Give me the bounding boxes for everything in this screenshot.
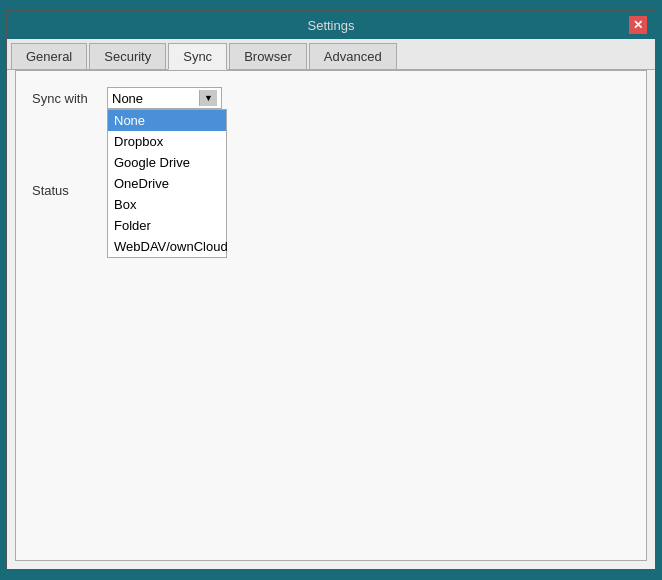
tab-security[interactable]: Security: [89, 43, 166, 69]
tab-bar: General Security Sync Browser Advanced: [7, 39, 655, 70]
dropdown-option-webdav[interactable]: WebDAV/ownCloud: [108, 236, 226, 257]
sync-with-dropdown[interactable]: None ▼: [107, 87, 222, 109]
dropdown-option-box[interactable]: Box: [108, 194, 226, 215]
tab-sync[interactable]: Sync: [168, 43, 227, 70]
dropdown-option-dropbox[interactable]: Dropbox: [108, 131, 226, 152]
tab-general[interactable]: General: [11, 43, 87, 69]
dropdown-option-none[interactable]: None: [108, 110, 226, 131]
sync-with-value: None: [112, 91, 143, 106]
sync-tab-content: Sync with None ▼ None Dropbox Google Dri…: [15, 70, 647, 561]
dropdown-option-folder[interactable]: Folder: [108, 215, 226, 236]
title-bar: Settings ✕: [7, 11, 655, 39]
dropdown-option-onedrive[interactable]: OneDrive: [108, 173, 226, 194]
sync-with-dropdown-list: None Dropbox Google Drive OneDrive Box F…: [107, 109, 227, 258]
status-label: Status: [32, 179, 107, 198]
tab-browser[interactable]: Browser: [229, 43, 307, 69]
window-title: Settings: [33, 18, 629, 33]
sync-with-row: Sync with None ▼ None Dropbox Google Dri…: [32, 87, 630, 109]
close-button[interactable]: ✕: [629, 16, 647, 34]
settings-window: Settings ✕ General Security Sync Browser…: [6, 10, 656, 570]
dropdown-option-googledrive[interactable]: Google Drive: [108, 152, 226, 173]
sync-with-label: Sync with: [32, 87, 107, 106]
dropdown-arrow-icon[interactable]: ▼: [199, 90, 217, 106]
sync-with-dropdown-container: None ▼ None Dropbox Google Drive OneDriv…: [107, 87, 222, 109]
tab-advanced[interactable]: Advanced: [309, 43, 397, 69]
